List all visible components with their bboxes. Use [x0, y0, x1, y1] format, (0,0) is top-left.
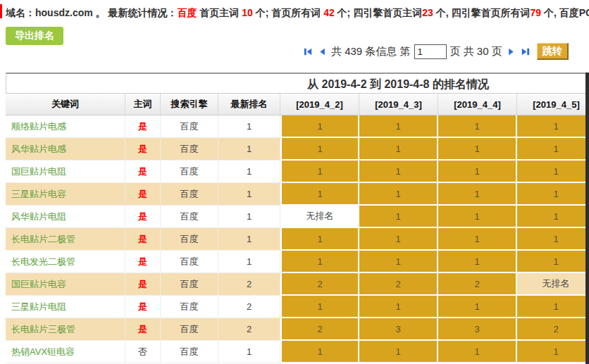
keyword-link[interactable]: 顺络贴片电感	[11, 121, 66, 132]
keyword-cell: 长电发光二极管	[6, 251, 125, 273]
main-word-cell: 是	[125, 115, 161, 138]
keyword-link[interactable]: 长电发光二极管	[11, 256, 75, 267]
column-header: [2019_4_2]	[280, 94, 359, 115]
stats-segment: 首页主词	[197, 7, 242, 18]
search-engine-cell: 百度	[161, 228, 218, 251]
stats-segment: 42	[323, 7, 335, 18]
keyword-link[interactable]: 长电贴片二极管	[11, 234, 75, 244]
table-row: 长电贴片三极管是百度22332	[6, 318, 589, 341]
latest-rank-cell: 1	[218, 251, 280, 273]
latest-rank-cell: 2	[218, 296, 280, 318]
no-rank-cell: 无排名	[280, 206, 359, 228]
prev-page-icon[interactable]	[317, 46, 328, 57]
page-number-input[interactable]	[414, 44, 447, 59]
latest-rank-cell: 1	[218, 341, 280, 363]
main-word-cell: 是	[125, 228, 161, 251]
stats-segment: 个, 百度PC+手机百度首页所有	[541, 7, 589, 18]
rank-cell: 1	[359, 138, 438, 161]
stats-segment: 个, 四引擎首页所有词	[433, 7, 531, 18]
rank-cell: 1	[438, 296, 517, 318]
rank-cell: 1	[359, 115, 438, 138]
rank-cell: 1	[517, 138, 589, 161]
main-word-cell: 是	[125, 273, 161, 296]
first-page-icon[interactable]	[303, 46, 314, 57]
scrollbar-strip[interactable]	[585, 73, 589, 364]
keyword-cell: 风华贴片电阻	[6, 206, 125, 228]
keyword-link[interactable]: 风华贴片电阻	[11, 211, 66, 222]
no-rank-cell: 无排名	[517, 273, 589, 296]
search-engine-cell: 百度	[161, 161, 218, 183]
table-row: 顺络贴片电感是百度11111	[6, 115, 589, 138]
column-header: [2019_4_5]	[517, 94, 589, 115]
pagination-bar: 共 439 条信息 第 页 共 30 页 跳转	[303, 42, 569, 61]
table-row: 三星贴片电容是百度11111	[6, 183, 589, 206]
main-word-cell: 是	[125, 318, 161, 341]
keyword-link[interactable]: 长电贴片三极管	[11, 324, 75, 334]
jump-button[interactable]: 跳转	[537, 43, 569, 60]
keyword-link[interactable]: 国巨贴片电容	[11, 279, 66, 289]
main-word-cell: 是	[125, 138, 161, 161]
rank-cell: 1	[438, 183, 517, 206]
table-row: 三星贴片电阻是百度21111	[6, 296, 589, 318]
keyword-link[interactable]: 三星贴片电容	[11, 189, 66, 199]
latest-rank-cell: 1	[218, 228, 280, 251]
stats-bar: 域名：housdz.com 。 最新统计情况：百度 首页主词 10 个; 首页所…	[6, 6, 589, 20]
next-page-icon[interactable]	[506, 46, 516, 57]
ranking-table-section: 从 2019-4-2 到 2019-4-8 的排名情况 关键词主词搜索引擎最新排…	[6, 73, 589, 363]
rank-cell: 1	[280, 161, 359, 183]
keyword-cell: 长电贴片二极管	[6, 228, 125, 251]
pagination-info-prefix: 共 439 条信息 第	[331, 45, 411, 58]
search-engine-cell: 百度	[161, 138, 218, 161]
keyword-link[interactable]: 三星贴片电阻	[11, 301, 66, 312]
search-engine-cell: 百度	[161, 318, 218, 341]
column-header: 主词	[125, 94, 161, 115]
stats-segment: 百度	[177, 7, 197, 18]
export-ranking-button[interactable]: 导出排名	[6, 27, 63, 45]
rank-cell: 1	[517, 115, 589, 138]
keyword-cell: 顺络贴片电感	[6, 115, 125, 138]
search-engine-cell: 百度	[161, 273, 218, 296]
search-engine-cell: 百度	[161, 183, 218, 206]
rank-cell: 1	[438, 228, 517, 251]
rank-cell: 2	[438, 273, 517, 296]
search-engine-cell: 百度	[161, 115, 218, 138]
column-header: 最新排名	[218, 94, 280, 115]
column-header: [2019_4_3]	[359, 94, 438, 115]
keyword-link[interactable]: 风华贴片电感	[11, 144, 66, 154]
keyword-link[interactable]: 国巨贴片电阻	[11, 166, 66, 177]
last-page-icon[interactable]	[520, 46, 531, 57]
rank-cell: 2	[280, 318, 359, 341]
stats-segment: 10	[242, 7, 253, 18]
latest-rank-cell: 1	[218, 206, 280, 228]
latest-rank-cell: 1	[218, 138, 280, 161]
latest-rank-cell: 2	[218, 318, 280, 341]
table-row: 国巨贴片电容是百度2222无排名	[6, 273, 589, 296]
keyword-cell: 长电贴片三极管	[6, 318, 125, 341]
main-word-cell: 是	[125, 183, 161, 206]
latest-rank-cell: 1	[218, 161, 280, 183]
column-header: 搜索引擎	[161, 94, 218, 115]
rank-cell: 1	[438, 341, 517, 363]
rank-cell: 1	[517, 341, 589, 363]
table-row: 风华贴片电感是百度11111	[6, 138, 589, 161]
rank-cell: 1	[438, 115, 517, 138]
rank-cell: 1	[438, 206, 517, 228]
table-row: 风华贴片电阻是百度1无排名111	[6, 206, 589, 228]
keyword-link[interactable]: 热销AVX钽电容	[11, 346, 75, 357]
stats-segment: 79	[530, 7, 541, 18]
rank-cell: 1	[438, 138, 517, 161]
latest-rank-cell: 2	[218, 273, 280, 296]
rank-cell: 1	[517, 206, 589, 228]
latest-rank-cell: 1	[218, 183, 280, 206]
rank-cell: 1	[359, 161, 438, 183]
rank-cell: 2	[517, 318, 589, 341]
rank-cell: 1	[359, 251, 438, 273]
rank-cell: 2	[359, 273, 438, 296]
pagination-info-suffix: 页 共 30 页	[450, 45, 502, 58]
main-word-cell: 是	[125, 296, 161, 318]
rank-cell: 1	[517, 251, 589, 273]
main-word-cell: 是	[125, 251, 161, 273]
keyword-cell: 国巨贴片电容	[6, 273, 125, 296]
search-engine-cell: 百度	[161, 296, 218, 318]
main-word-cell: 否	[125, 341, 161, 363]
